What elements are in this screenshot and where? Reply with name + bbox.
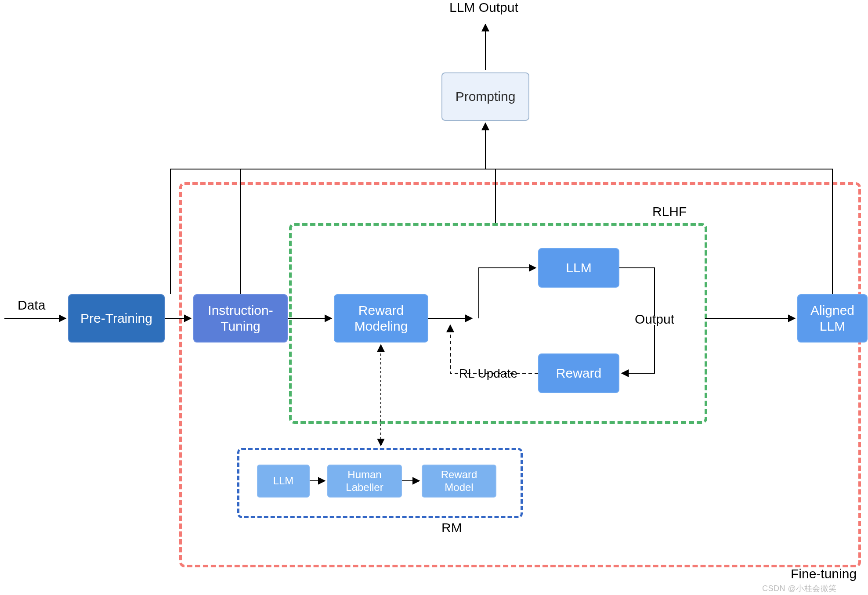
rm-reward-model-node: Reward Model bbox=[422, 465, 496, 498]
rm-human-labeller-node: Human Labeller bbox=[327, 465, 402, 498]
rm-llm-node: LLM bbox=[257, 465, 310, 498]
data-label: Data bbox=[18, 298, 45, 313]
aligned-llm-label: Aligned LLM bbox=[808, 301, 857, 336]
rm-label: RM bbox=[441, 520, 462, 535]
prompting-label: Prompting bbox=[453, 87, 518, 106]
rl-update-label: RL Update bbox=[459, 367, 517, 381]
diagram-canvas: Pre-Training Instruction- Tuning Reward … bbox=[0, 0, 868, 595]
rm-reward-model-label: Reward Model bbox=[438, 467, 480, 496]
reward-label: Reward bbox=[553, 364, 604, 383]
reward-node: Reward bbox=[538, 353, 619, 393]
llm-label: LLM bbox=[563, 258, 594, 278]
llm-node: LLM bbox=[538, 248, 619, 288]
rm-llm-label: LLM bbox=[271, 473, 297, 489]
reward-modeling-label: Reward Modeling bbox=[352, 301, 411, 336]
aligned-llm-node: Aligned LLM bbox=[797, 294, 868, 343]
llm-output-label: LLM Output bbox=[449, 0, 518, 15]
output-label: Output bbox=[635, 312, 674, 327]
pretraining-label: Pre-Training bbox=[78, 309, 155, 328]
instruction-tuning-label: Instruction- Tuning bbox=[205, 301, 275, 336]
fine-tuning-label: Fine-tuning bbox=[791, 566, 857, 581]
instruction-tuning-node: Instruction- Tuning bbox=[193, 294, 288, 343]
pretraining-node: Pre-Training bbox=[68, 294, 165, 343]
rm-human-labeller-label: Human Labeller bbox=[343, 467, 386, 496]
rlhf-label: RLHF bbox=[652, 204, 687, 219]
reward-modeling-node: Reward Modeling bbox=[334, 294, 428, 343]
watermark-label: CSDN @小桂会微笑 bbox=[762, 583, 837, 594]
prompting-node: Prompting bbox=[441, 72, 529, 121]
